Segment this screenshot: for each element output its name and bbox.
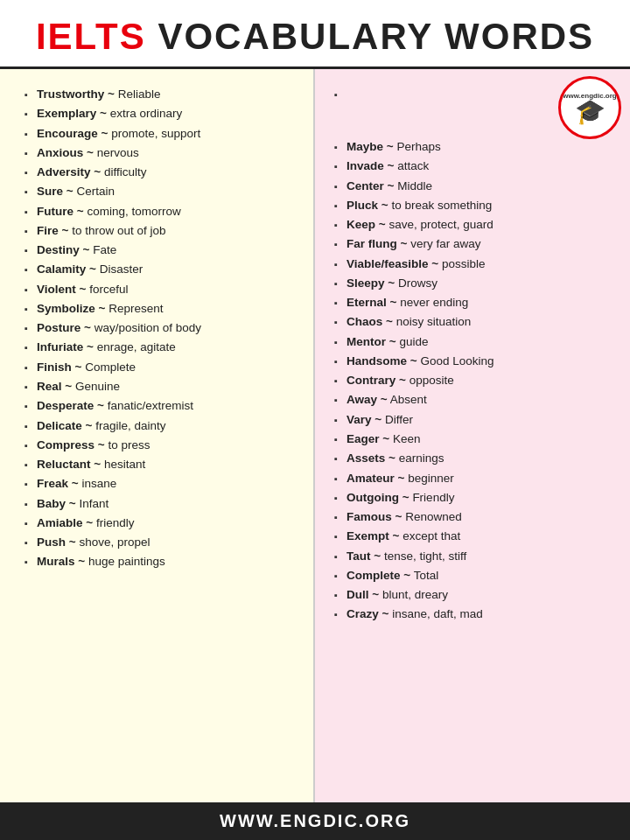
left-column: Trustworthy ~ ReliableExemplary ~ extra …	[0, 69, 315, 802]
left-list-item: Freak ~ insane	[24, 474, 304, 494]
page-footer: WWW.ENGDIC.ORG	[0, 802, 630, 840]
left-list-item: Murals ~ huge paintings	[24, 552, 304, 571]
right-list-item: Exempt ~ except that	[334, 527, 621, 546]
left-list-item: Exemplary ~ extra ordinary	[24, 104, 304, 123]
right-list-item: Invade ~ attack	[334, 157, 621, 176]
left-list-item: Destiny ~ Fate	[24, 241, 304, 260]
left-list-item: Posture ~ way/position of body	[24, 318, 304, 338]
right-list-item: Eternal ~ never ending	[334, 293, 621, 312]
left-list-item: Anxious ~ nervous	[24, 144, 304, 163]
left-list-item: Finish ~ Complete	[24, 358, 304, 377]
right-list-item: Taut ~ tense, tight, stiff	[334, 547, 621, 566]
left-list-item: Sure ~ Certain	[24, 182, 304, 201]
right-list-item: Viable/feasible ~ possible	[334, 255, 621, 274]
left-list-item: Adversity ~ difficulty	[24, 163, 304, 182]
right-list-item: Maybe ~ Perhaps	[334, 137, 621, 157]
left-list-item: Push ~ shove, propel	[24, 533, 304, 552]
right-list-item: Chaos ~ noisy situation	[334, 312, 621, 332]
right-list-item: Famous ~ Renowned	[334, 508, 621, 527]
right-list-item: Away ~ Absent	[334, 390, 621, 410]
footer-text: WWW.ENGDIC.ORG	[220, 811, 410, 830]
left-list-item: Violent ~ forceful	[24, 280, 304, 299]
right-list-item: Mentor ~ guide	[334, 332, 621, 352]
right-list-item: Handsome ~ Good Looking	[334, 352, 621, 371]
right-list-item: Center ~ Middle	[334, 177, 621, 196]
left-list-item: Desperate ~ fanatic/extremist	[24, 396, 304, 416]
right-list-item: Dull ~ blunt, dreary	[334, 585, 621, 605]
right-list-item: Pluck ~ to break something	[334, 196, 621, 215]
right-list-item: Assets ~ earnings	[334, 449, 621, 468]
left-list-item: Trustworthy ~ Reliable	[24, 85, 304, 104]
logo-spacer	[334, 85, 621, 137]
right-vocab-list: Maybe ~ PerhapsInvade ~ attackCenter ~ M…	[334, 85, 621, 625]
right-list-item: Crazy ~ insane, daft, mad	[334, 605, 621, 624]
left-list-item: Compress ~ to press	[24, 436, 304, 455]
title-rest: VOCABULARY WORDS	[146, 16, 594, 57]
right-list-item: Sleepy ~ Drowsy	[334, 274, 621, 293]
page-header: IELTS VOCABULARY WORDS	[0, 0, 630, 69]
left-list-item: Reluctant ~ hesitant	[24, 455, 304, 474]
right-list-item: Amateur ~ beginner	[334, 469, 621, 488]
right-list-item: Far flung ~ very far away	[334, 234, 621, 254]
left-list-item: Future ~ coming, tomorrow	[24, 202, 304, 221]
main-content: Trustworthy ~ ReliableExemplary ~ extra …	[0, 69, 630, 802]
left-list-item: Real ~ Genuine	[24, 377, 304, 396]
right-list-item: Outgoing ~ Friendly	[334, 488, 621, 508]
right-list-item: Keep ~ save, protect, guard	[334, 215, 621, 234]
left-list-item: Amiable ~ friendly	[24, 514, 304, 533]
left-list-item: Delicate ~ fragile, dainty	[24, 416, 304, 436]
right-list-item: Contrary ~ opposite	[334, 371, 621, 390]
right-list-item: Eager ~ Keen	[334, 430, 621, 449]
right-list-item: Complete ~ Total	[334, 566, 621, 585]
left-list-item: Fire ~ to throw out of job	[24, 221, 304, 241]
left-vocab-list: Trustworthy ~ ReliableExemplary ~ extra …	[24, 85, 304, 572]
right-column: www.engdic.org 🎓 Maybe ~ PerhapsInvade ~…	[315, 69, 630, 802]
ielts-text: IELTS	[36, 16, 146, 57]
left-list-item: Encourage ~ promote, support	[24, 124, 304, 144]
left-list-item: Calamity ~ Disaster	[24, 260, 304, 279]
left-list-item: Baby ~ Infant	[24, 494, 304, 514]
right-list-item: Vary ~ Differ	[334, 410, 621, 430]
left-list-item: Symbolize ~ Represent	[24, 299, 304, 318]
left-list-item: Infuriate ~ enrage, agitate	[24, 338, 304, 357]
page-title: IELTS VOCABULARY WORDS	[9, 16, 621, 58]
